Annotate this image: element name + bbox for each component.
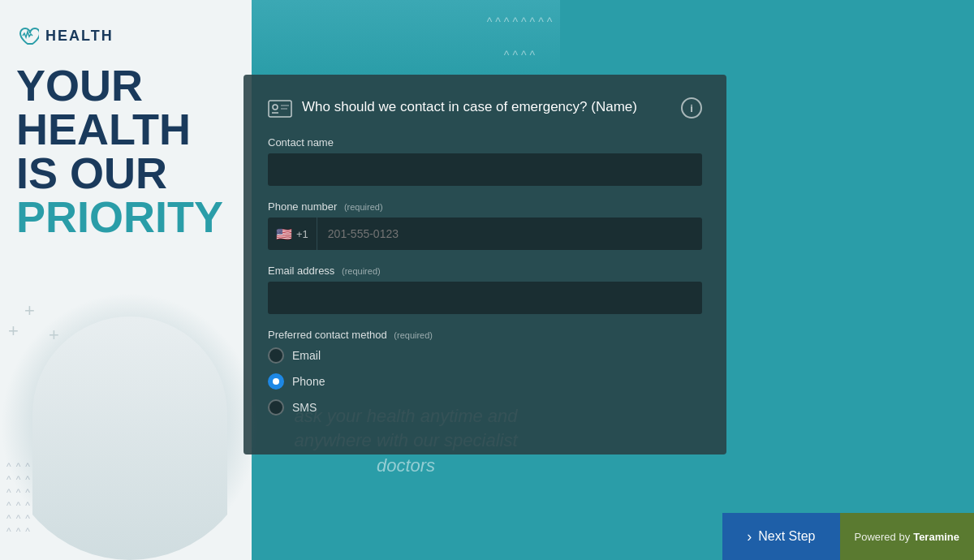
phone-number-group: Phone number (required) 🇺🇸 +1	[268, 200, 702, 250]
chevron-icon: ^	[495, 16, 501, 28]
heart-icon	[16, 24, 39, 47]
chevron-icon: ^	[530, 16, 536, 28]
chevron-icon: ^	[25, 500, 30, 511]
chevron-icon: ^	[487, 16, 493, 28]
chevron-icon: ^	[512, 16, 518, 28]
top-photo-strip: ^ ^ ^ ^ ^ ^ ^ ^ ^ ^ ^ ^	[252, 0, 560, 77]
email-input[interactable]	[268, 282, 702, 314]
contact-name-group: Contact name	[268, 136, 702, 186]
phone-required-badge: (required)	[344, 202, 383, 212]
hero-line3: IS OUR	[16, 151, 223, 195]
radio-email-label: Email	[292, 349, 321, 362]
chevron-icon: ^	[521, 50, 527, 61]
svg-point-1	[273, 105, 278, 110]
top-chevrons: ^ ^ ^ ^ ^ ^ ^ ^ ^ ^ ^ ^	[479, 0, 560, 77]
hero-title: YOUR HEALTH IS OUR PRIORITY	[16, 63, 223, 239]
chevron-icon: ^	[6, 487, 11, 498]
arrow-right-icon: ›	[747, 528, 752, 545]
chevron-icon: ^	[25, 461, 30, 472]
powered-by-badge: Powered by Teramine	[840, 513, 975, 560]
chevron-icon: ^	[25, 487, 30, 498]
preferred-contact-label: Preferred contact method (required)	[268, 329, 702, 341]
preferred-required-badge: (required)	[394, 330, 433, 340]
country-code-selector[interactable]: 🇺🇸 +1	[268, 218, 317, 250]
hero-line1: YOUR	[16, 63, 223, 107]
chevron-icon: ^	[6, 474, 11, 485]
chevron-icon: ^	[521, 16, 527, 28]
preferred-contact-group: Preferred contact method (required) Emai…	[268, 329, 702, 416]
phone-country-code: +1	[296, 228, 308, 240]
radio-phone-circle	[268, 373, 284, 390]
modal-title-area: Who should we contact in case of emergen…	[268, 97, 637, 118]
radio-option-sms[interactable]: SMS	[268, 399, 702, 416]
powered-by-brand: Teramine	[913, 531, 959, 543]
plus-decoration: +	[24, 300, 35, 321]
chevron-icon: ^	[504, 50, 510, 61]
phone-label: Phone number (required)	[268, 200, 702, 213]
bottom-bar: › Next Step Powered by Teramine	[0, 513, 974, 560]
phone-input[interactable]	[317, 218, 702, 250]
hero-line4: PRIORITY	[16, 195, 223, 239]
chevron-icon: ^	[6, 500, 11, 511]
phone-input-group: 🇺🇸 +1	[268, 218, 702, 250]
brand-name: HEALTH	[45, 28, 114, 45]
brand-logo: HEALTH	[16, 24, 223, 47]
chevron-icon: ^	[530, 50, 536, 61]
modal-title: Who should we contact in case of emergen…	[302, 97, 637, 117]
chevron-icon: ^	[547, 16, 553, 28]
chevron-icon: ^	[16, 461, 21, 472]
email-address-group: Email address (required)	[268, 265, 702, 314]
chevron-icon: ^	[16, 487, 21, 498]
plus-decoration: +	[8, 321, 19, 342]
chevron-icon: ^	[16, 474, 21, 485]
radio-phone-label: Phone	[292, 375, 325, 388]
contact-card-icon	[268, 99, 292, 118]
radio-option-email[interactable]: Email	[268, 347, 702, 364]
powered-by-prefix: Powered by	[855, 531, 911, 543]
chevron-icon: ^	[538, 16, 544, 28]
next-step-label: Next Step	[758, 529, 815, 544]
email-label: Email address (required)	[268, 265, 702, 277]
chevron-icon: ^	[25, 474, 30, 485]
chevron-icon: ^	[512, 50, 518, 61]
radio-group: Email Phone SMS	[268, 347, 702, 416]
radio-sms-label: SMS	[292, 401, 317, 414]
contact-name-input[interactable]	[268, 153, 702, 186]
chevron-icon: ^	[504, 16, 510, 28]
modal-header: Who should we contact in case of emergen…	[268, 97, 702, 118]
left-content: HEALTH YOUR HEALTH IS OUR PRIORITY	[16, 24, 223, 239]
hero-line2: HEALTH	[16, 107, 223, 151]
svg-rect-0	[269, 101, 291, 117]
us-flag-icon: 🇺🇸	[276, 226, 292, 242]
radio-option-phone[interactable]: Phone	[268, 373, 702, 390]
email-required-badge: (required)	[342, 266, 381, 276]
radio-email-circle	[268, 347, 284, 364]
chevron-icon: ^	[6, 461, 11, 472]
emergency-contact-modal: Who should we contact in case of emergen…	[244, 75, 726, 454]
chevron-icon: ^	[16, 500, 21, 511]
next-step-button[interactable]: › Next Step	[722, 513, 839, 560]
radio-sms-circle	[268, 399, 284, 416]
contact-name-label: Contact name	[268, 136, 702, 149]
info-button[interactable]: i	[681, 97, 702, 118]
